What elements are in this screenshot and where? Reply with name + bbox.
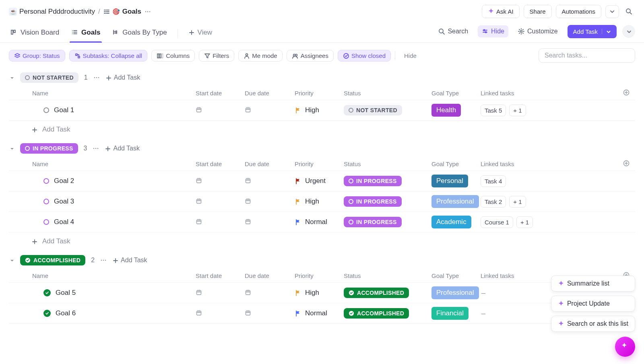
task-row[interactable]: Goal 5 High ACCOMPLISHED Professional – (9, 283, 635, 303)
linked-task-chip[interactable]: Task 4 (481, 175, 506, 187)
project-update-button[interactable]: Project Update (551, 296, 635, 312)
linked-tasks-cell[interactable]: Task 4 (481, 175, 623, 187)
col-priority[interactable]: Priority (295, 272, 344, 279)
start-date-cell[interactable] (196, 177, 245, 185)
col-status[interactable]: Status (344, 90, 431, 97)
col-due-date[interactable]: Due date (245, 160, 295, 167)
col-due-date[interactable]: Due date (245, 90, 295, 97)
hide-button[interactable]: Hide (478, 25, 508, 37)
task-name[interactable]: Goal 5 (56, 289, 76, 297)
due-date-cell[interactable] (245, 198, 295, 205)
col-linked-tasks[interactable]: Linked tasks (481, 90, 623, 97)
goal-type-cell[interactable]: Personal (431, 175, 481, 187)
goal-type-cell[interactable]: Academic (431, 216, 481, 228)
status-cell[interactable]: ACCOMPLISHED (344, 288, 431, 298)
group-collapse-toggle[interactable] (9, 75, 14, 80)
start-date-cell[interactable] (196, 107, 245, 114)
linked-tasks-cell[interactable]: Course 1 + 1 (481, 216, 623, 228)
workspace-crumb[interactable]: ☕ Personal Pdddroductivity (9, 8, 95, 16)
task-name[interactable]: Goal 2 (54, 177, 74, 185)
group-more-menu[interactable] (100, 257, 107, 263)
add-view-button[interactable]: View (187, 25, 214, 42)
linked-overflow-chip[interactable]: + 1 (509, 196, 526, 208)
task-name[interactable]: Goal 1 (54, 106, 74, 114)
col-linked-tasks[interactable]: Linked tasks (481, 160, 623, 167)
linked-tasks-cell[interactable]: Task 5 + 1 (481, 105, 623, 116)
more-actions-button[interactable] (622, 25, 635, 38)
start-date-cell[interactable] (196, 218, 245, 226)
linked-task-chip[interactable]: Course 1 (481, 216, 513, 228)
col-priority[interactable]: Priority (295, 160, 344, 167)
col-due-date[interactable]: Due date (245, 272, 295, 279)
add-column-button[interactable] (623, 89, 635, 97)
top-search-button[interactable] (623, 6, 635, 18)
start-date-cell[interactable] (196, 198, 245, 205)
goal-type-cell[interactable]: Financial (431, 307, 481, 320)
hide-chips-button[interactable]: Hide (404, 52, 417, 59)
linked-task-chip[interactable]: Task 5 (481, 105, 506, 116)
ask-ai-button[interactable]: Ask AI (482, 5, 520, 18)
status-cell[interactable]: IN PROGRESS (344, 217, 431, 227)
col-name[interactable]: Name (32, 90, 196, 97)
add-column-button[interactable] (623, 160, 635, 167)
linked-tasks-cell[interactable]: Task 2 + 1 (481, 196, 623, 208)
search-tasks-input[interactable] (545, 52, 629, 59)
search-tasks-input-wrapper[interactable] (539, 48, 635, 63)
col-goal-type[interactable]: Goal Type (431, 160, 481, 167)
search-button[interactable]: Search (434, 25, 472, 37)
task-name[interactable]: Goal 6 (56, 309, 76, 317)
task-row[interactable]: Goal 6 Normal ACCOMPLISHED Financial – (9, 303, 635, 324)
automations-chevron[interactable] (605, 5, 619, 18)
share-button[interactable]: Share (524, 5, 552, 18)
add-task-button[interactable]: Add Task (568, 25, 617, 38)
col-priority[interactable]: Priority (295, 90, 344, 97)
group-collapse-toggle[interactable] (9, 257, 14, 263)
task-row[interactable]: Goal 3 High IN PROGRESS Professional Tas… (9, 191, 635, 212)
priority-cell[interactable]: High (295, 106, 344, 114)
goal-type-cell[interactable]: Professional (431, 286, 481, 299)
show-closed-chip[interactable]: Show closed (338, 50, 391, 62)
task-row[interactable]: Goal 2 Urgent IN PROGRESS Personal Task … (9, 171, 635, 191)
col-name[interactable]: Name (32, 272, 196, 279)
task-name[interactable]: Goal 3 (54, 197, 74, 206)
tab-goals-by-type[interactable]: Goals By Type (111, 25, 168, 42)
status-cell[interactable]: ACCOMPLISHED (344, 308, 431, 319)
priority-cell[interactable]: Urgent (295, 177, 344, 185)
task-row[interactable]: Goal 1 High NOT STARTED Health Task 5 + … (9, 100, 635, 121)
due-date-cell[interactable] (245, 310, 295, 317)
start-date-cell[interactable] (196, 289, 245, 296)
summarize-list-button[interactable]: Summarize list (551, 276, 635, 292)
add-task-row[interactable]: Add Task (9, 121, 635, 136)
group-more-menu[interactable] (93, 145, 99, 152)
group-collapse-toggle[interactable] (9, 146, 14, 151)
task-name[interactable]: Goal 4 (54, 218, 74, 226)
due-date-cell[interactable] (245, 289, 295, 296)
col-start-date[interactable]: Start date (196, 90, 245, 97)
priority-cell[interactable]: High (295, 197, 344, 206)
search-ask-button[interactable]: Search or ask this list (551, 316, 635, 332)
start-date-cell[interactable] (196, 310, 245, 317)
automations-button[interactable]: Automations (556, 5, 601, 18)
tab-vision-board[interactable]: Vision Board (9, 25, 61, 42)
me-mode-chip[interactable]: Me mode (238, 50, 283, 62)
col-status[interactable]: Status (344, 272, 431, 279)
assignees-chip[interactable]: Assignees (287, 50, 334, 62)
col-goal-type[interactable]: Goal Type (431, 90, 481, 97)
customize-button[interactable]: Customize (514, 25, 562, 37)
priority-cell[interactable]: High (295, 289, 344, 297)
group-chip[interactable]: Group: Status (9, 50, 65, 62)
priority-cell[interactable]: Normal (295, 218, 344, 226)
subtasks-chip[interactable]: Subtasks: Collapse all (69, 50, 148, 62)
linked-overflow-chip[interactable]: + 1 (516, 216, 533, 228)
columns-chip[interactable]: Columns (151, 50, 195, 62)
col-goal-type[interactable]: Goal Type (431, 272, 481, 279)
status-cell[interactable]: NOT STARTED (344, 105, 431, 115)
page-crumb[interactable]: 🎯 Goals (103, 8, 141, 16)
group-more-menu[interactable] (93, 74, 100, 81)
page-more-menu[interactable] (144, 8, 151, 15)
due-date-cell[interactable] (245, 107, 295, 114)
linked-overflow-chip[interactable]: + 1 (509, 105, 526, 116)
group-add-task-button[interactable]: Add Task (112, 257, 147, 264)
group-add-task-button[interactable]: Add Task (105, 145, 140, 152)
due-date-cell[interactable] (245, 177, 295, 185)
